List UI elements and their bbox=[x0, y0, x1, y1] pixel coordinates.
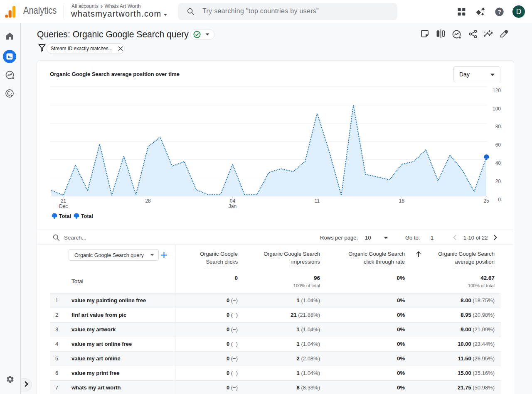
svg-text:04: 04 bbox=[230, 198, 236, 204]
svg-text:0: 0 bbox=[498, 197, 501, 203]
svg-text:80: 80 bbox=[495, 124, 501, 130]
svg-text:25: 25 bbox=[483, 198, 489, 204]
svg-text:28: 28 bbox=[145, 198, 151, 204]
svg-text:Dec: Dec bbox=[59, 203, 68, 209]
svg-text:11: 11 bbox=[315, 198, 320, 204]
svg-text:40: 40 bbox=[495, 160, 501, 166]
svg-text:20: 20 bbox=[495, 179, 501, 184]
svg-text:60: 60 bbox=[495, 142, 501, 148]
svg-text:18: 18 bbox=[399, 198, 405, 204]
svg-text:21: 21 bbox=[61, 198, 66, 204]
svg-text:Jan: Jan bbox=[229, 203, 236, 209]
svg-text:?: ? bbox=[498, 9, 501, 15]
svg-text:120: 120 bbox=[493, 88, 501, 93]
svg-text:100: 100 bbox=[493, 106, 501, 112]
